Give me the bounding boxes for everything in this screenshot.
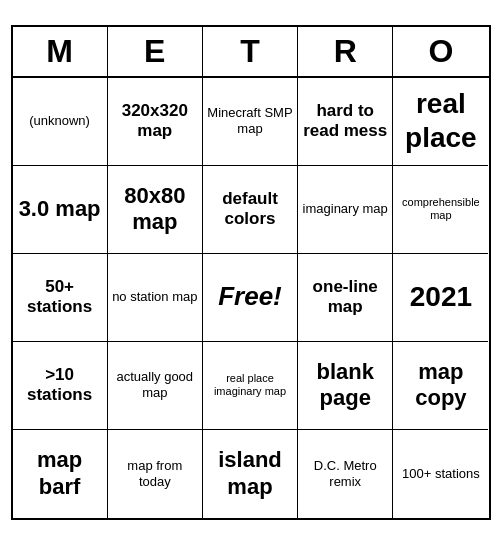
bingo-cell-6: 80x80 map xyxy=(108,166,203,254)
header-letter-r: R xyxy=(298,27,393,76)
bingo-cell-10: 50+ stations xyxy=(13,254,108,342)
bingo-cell-11: no station map xyxy=(108,254,203,342)
bingo-cell-1: 320x320 map xyxy=(108,78,203,166)
bingo-cell-9: comprehensible map xyxy=(393,166,488,254)
bingo-grid: (unknown)320x320 mapMinecraft SMP maphar… xyxy=(13,78,489,518)
bingo-card: METRO (unknown)320x320 mapMinecraft SMP … xyxy=(11,25,491,520)
bingo-cell-13: one-line map xyxy=(298,254,393,342)
bingo-cell-0: (unknown) xyxy=(13,78,108,166)
bingo-header: METRO xyxy=(13,27,489,78)
header-letter-m: M xyxy=(13,27,108,76)
bingo-cell-17: real place imaginary map xyxy=(203,342,298,430)
header-letter-e: E xyxy=(108,27,203,76)
bingo-cell-23: D.C. Metro remix xyxy=(298,430,393,518)
bingo-cell-22: island map xyxy=(203,430,298,518)
bingo-cell-3: hard to read mess xyxy=(298,78,393,166)
bingo-cell-12: Free! xyxy=(203,254,298,342)
bingo-cell-2: Minecraft SMP map xyxy=(203,78,298,166)
bingo-cell-16: actually good map xyxy=(108,342,203,430)
bingo-cell-15: >10 stations xyxy=(13,342,108,430)
bingo-cell-5: 3.0 map xyxy=(13,166,108,254)
bingo-cell-24: 100+ stations xyxy=(393,430,488,518)
bingo-cell-19: map copy xyxy=(393,342,488,430)
bingo-cell-20: map barf xyxy=(13,430,108,518)
bingo-cell-8: imaginary map xyxy=(298,166,393,254)
header-letter-o: O xyxy=(393,27,488,76)
header-letter-t: T xyxy=(203,27,298,76)
bingo-cell-4: real place xyxy=(393,78,488,166)
bingo-cell-14: 2021 xyxy=(393,254,488,342)
bingo-cell-18: blank page xyxy=(298,342,393,430)
bingo-cell-7: default colors xyxy=(203,166,298,254)
bingo-cell-21: map from today xyxy=(108,430,203,518)
